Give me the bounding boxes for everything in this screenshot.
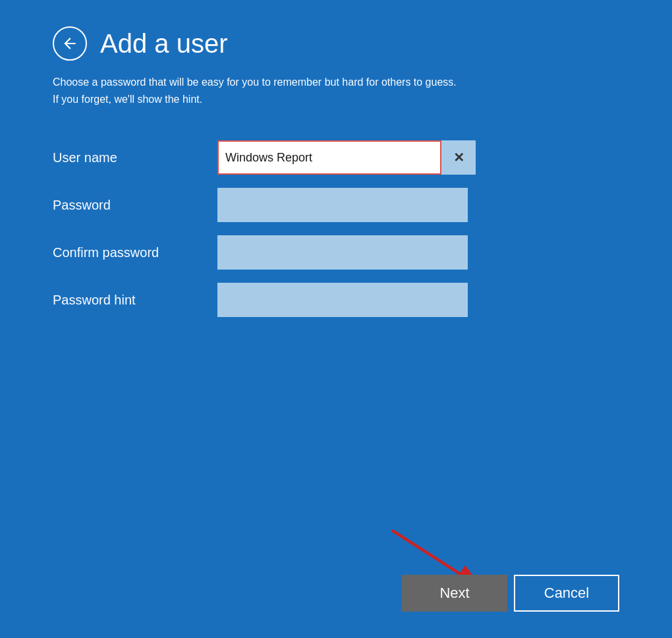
password-hint-input[interactable] — [217, 283, 468, 317]
username-input-group: ✕ — [217, 140, 476, 175]
username-input[interactable] — [217, 140, 441, 175]
page-title: Add a user — [100, 29, 227, 59]
page-container: Add a user Choose a password that will b… — [0, 0, 672, 638]
password-input[interactable] — [217, 188, 468, 222]
clear-username-button[interactable]: ✕ — [441, 140, 476, 175]
next-button[interactable]: Next — [402, 575, 507, 612]
cancel-button[interactable]: Cancel — [514, 575, 619, 612]
form-section: User name ✕ Password Confirm password Pa… — [53, 140, 619, 317]
password-label: Password — [53, 198, 198, 213]
password-hint-label: Password hint — [53, 293, 198, 308]
confirm-password-row: Confirm password — [53, 235, 619, 270]
back-icon — [61, 35, 78, 52]
confirm-password-label: Confirm password — [53, 245, 198, 260]
confirm-password-input[interactable] — [217, 235, 468, 270]
password-row: Password — [53, 188, 619, 222]
subtitle: Choose a password that will be easy for … — [53, 74, 593, 107]
footer-buttons: Next Cancel — [402, 575, 619, 612]
username-label: User name — [53, 150, 198, 165]
back-button[interactable] — [53, 26, 87, 61]
username-row: User name ✕ — [53, 140, 619, 175]
password-hint-row: Password hint — [53, 283, 619, 317]
header: Add a user — [53, 26, 619, 61]
